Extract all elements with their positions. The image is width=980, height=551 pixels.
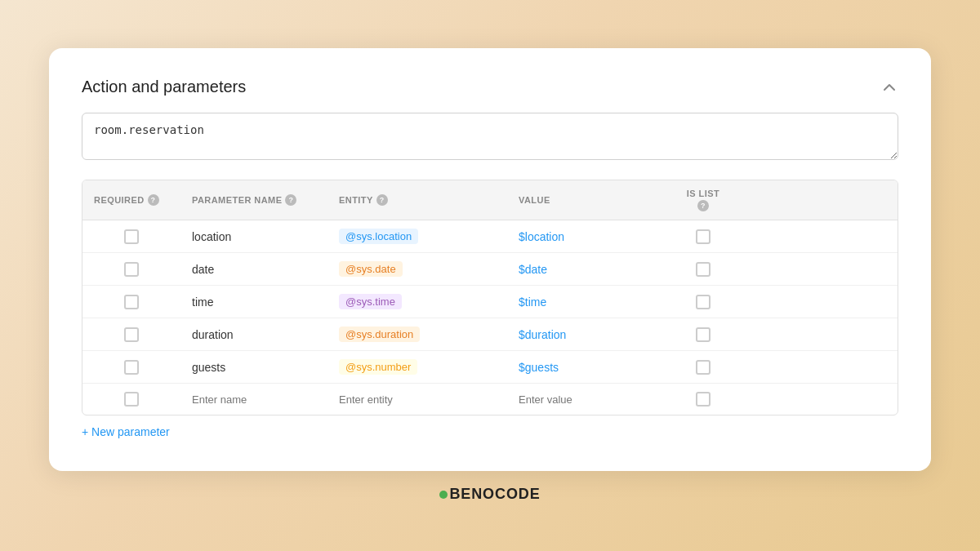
- islist-checkbox-empty[interactable]: [696, 392, 710, 407]
- name-cell-guests: guests: [180, 353, 327, 382]
- islist-cell-date: [670, 254, 736, 285]
- collapse-button[interactable]: [880, 78, 898, 96]
- entity-info-icon[interactable]: ?: [376, 194, 388, 206]
- entity-cell-empty[interactable]: [327, 385, 507, 414]
- table-row: location @sys.location $location: [82, 220, 898, 253]
- value-cell-duration: $duration: [507, 320, 670, 349]
- table-header: REQUIRED ? PARAMETER NAME ? ENTITY ? VAL…: [82, 180, 898, 220]
- name-cell-date: date: [180, 255, 327, 284]
- name-cell-empty[interactable]: [180, 385, 327, 414]
- islist-cell-empty: [670, 384, 736, 415]
- entity-cell-time: @sys.time: [327, 286, 507, 318]
- required-checkbox-date[interactable]: [124, 262, 139, 277]
- table-row: time @sys.time $time: [82, 286, 898, 318]
- required-cell-location: [82, 221, 180, 252]
- brand-text: BENOCODE: [449, 486, 540, 503]
- value-cell-time: $time: [507, 287, 670, 317]
- required-cell-time: [82, 287, 180, 318]
- islist-checkbox-date[interactable]: [696, 262, 710, 277]
- value-cell-guests: $guests: [507, 353, 670, 382]
- entity-tag-time: @sys.time: [339, 294, 402, 309]
- action-input[interactable]: [82, 113, 898, 160]
- value-input-empty[interactable]: [519, 393, 659, 406]
- islist-cell-location: [670, 221, 736, 252]
- brand-dot-icon: [439, 491, 448, 499]
- main-card: Action and parameters REQUIRED ? PARAMET…: [49, 48, 931, 471]
- entity-tag-duration: @sys.duration: [339, 327, 420, 342]
- required-checkbox-duration[interactable]: [124, 327, 139, 342]
- required-info-icon[interactable]: ?: [148, 194, 159, 206]
- th-required: REQUIRED ?: [82, 180, 180, 220]
- required-checkbox-empty[interactable]: [124, 392, 139, 407]
- islist-cell-duration: [670, 319, 736, 350]
- value-cell-date: $date: [507, 255, 670, 284]
- th-param-name: PARAMETER NAME ?: [180, 180, 327, 220]
- section-title: Action and parameters: [82, 78, 246, 96]
- islist-checkbox-location[interactable]: [696, 229, 710, 244]
- table-row-empty: [82, 384, 898, 415]
- islist-checkbox-duration[interactable]: [696, 327, 710, 342]
- table-row: guests @sys.number $guests: [82, 351, 898, 384]
- entity-tag-location: @sys.location: [339, 229, 418, 244]
- brand-footer: BENOCODE: [439, 486, 540, 503]
- required-cell-duration: [82, 319, 180, 350]
- islist-cell-time: [670, 287, 736, 318]
- value-cell-location: $location: [507, 222, 670, 251]
- entity-cell-date: @sys.date: [327, 253, 507, 285]
- required-checkbox-guests[interactable]: [124, 360, 139, 375]
- is-list-info-icon[interactable]: ?: [697, 200, 709, 211]
- value-cell-empty[interactable]: [507, 385, 670, 414]
- section-header: Action and parameters: [82, 78, 898, 96]
- name-cell-location: location: [180, 222, 327, 251]
- entity-cell-location: @sys.location: [327, 220, 507, 252]
- entity-input-empty[interactable]: [339, 393, 496, 406]
- name-cell-time: time: [180, 287, 327, 317]
- islist-checkbox-time[interactable]: [696, 295, 710, 309]
- table-row: date @sys.date $date: [82, 253, 898, 286]
- islist-checkbox-guests[interactable]: [696, 360, 710, 375]
- th-entity: ENTITY ?: [327, 180, 507, 220]
- name-cell-duration: duration: [180, 320, 327, 349]
- entity-cell-duration: @sys.duration: [327, 318, 507, 350]
- th-value: VALUE: [507, 180, 670, 220]
- required-checkbox-time[interactable]: [124, 295, 139, 309]
- chevron-up-icon: [880, 78, 898, 96]
- required-checkbox-location[interactable]: [124, 229, 139, 244]
- required-cell-date: [82, 254, 180, 285]
- new-parameter-button[interactable]: + New parameter: [82, 415, 170, 438]
- params-table: REQUIRED ? PARAMETER NAME ? ENTITY ? VAL…: [82, 180, 898, 415]
- required-cell-empty: [82, 384, 180, 415]
- entity-tag-guests: @sys.number: [339, 359, 417, 375]
- entity-tag-date: @sys.date: [339, 261, 403, 277]
- required-cell-guests: [82, 352, 180, 383]
- table-row: duration @sys.duration $duration: [82, 318, 898, 351]
- name-input-empty[interactable]: [192, 393, 316, 406]
- entity-cell-guests: @sys.number: [327, 351, 507, 383]
- islist-cell-guests: [670, 352, 736, 383]
- param-name-info-icon[interactable]: ?: [285, 194, 296, 206]
- th-is-list: IS LIST ?: [670, 180, 736, 220]
